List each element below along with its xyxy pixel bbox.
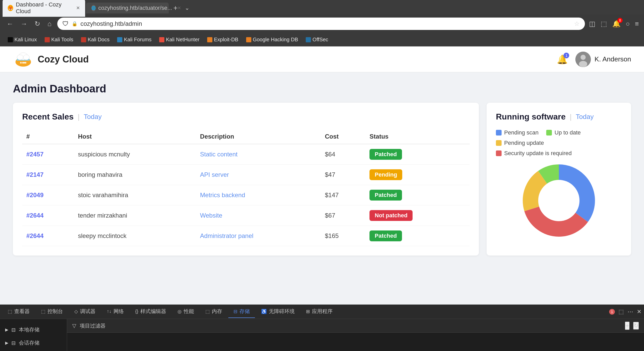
desc-link-3[interactable]: Website	[200, 212, 222, 219]
local-storage-arrow: ▶	[5, 327, 8, 332]
recent-sales-separator: |	[78, 113, 79, 121]
devtools-tab-style-editor[interactable]: {} 样式编辑器	[130, 305, 171, 318]
kali-docs-icon	[81, 37, 86, 42]
devtools-tab-performance-label: 性能	[184, 308, 194, 315]
cell-desc-1: API server	[196, 165, 321, 185]
tab-close-active[interactable]: ✕	[76, 5, 80, 11]
cell-cost-4: $165	[321, 226, 365, 246]
style-editor-icon: {}	[135, 309, 138, 314]
bookmarks-bar: Kali Linux Kali Tools Kali Docs Kali For…	[0, 33, 644, 46]
devtools-tab-memory[interactable]: ⬚ 内存	[200, 305, 227, 318]
devtools-responsive-button[interactable]: ⬚	[618, 308, 624, 315]
col-description: Description	[196, 129, 321, 144]
legend-up-to-date: Up to date	[546, 129, 581, 136]
devtools-tab-network[interactable]: ↑↓ 网络	[102, 305, 129, 318]
cell-desc-4: Administrator panel	[196, 226, 321, 246]
status-badge-2: Patched	[369, 190, 402, 201]
bookmark-google-hacking[interactable]: Google Hacking DB	[244, 36, 301, 44]
svg-point-4	[23, 55, 29, 60]
filter-icon: ▽	[72, 323, 76, 329]
col-hash: #	[22, 129, 74, 144]
offsec-icon	[306, 37, 311, 42]
devtools-close-button[interactable]: ✕	[637, 308, 641, 315]
desc-link-4[interactable]: Administrator panel	[200, 232, 253, 239]
devtools-tab-storage[interactable]: ⊟ 存储	[228, 305, 255, 318]
devtools-refresh-button[interactable]: ↻	[633, 322, 639, 330]
memory-icon: ⬚	[205, 309, 210, 314]
pocket-icon[interactable]: ◫	[589, 20, 595, 28]
devtools-tab-application[interactable]: ⊞ 应用程序	[301, 305, 338, 318]
devtools-tab-style-editor-label: 样式编辑器	[140, 308, 166, 315]
notifications-icon[interactable]: 🔔	[612, 20, 621, 28]
running-software-card: Running software | Today Pending scan Up…	[487, 103, 631, 256]
legend-dot-security-update	[496, 150, 502, 156]
bookmark-kali-nethunter[interactable]: Kali NetHunter	[157, 36, 202, 44]
active-tab-label: Dashboard - Cozy Cloud	[16, 1, 71, 15]
legend-dot-up-to-date	[546, 130, 552, 135]
desc-link-1[interactable]: API server	[200, 171, 229, 178]
menu-icon[interactable]: ≡	[635, 20, 639, 28]
home-button[interactable]: ⌂	[46, 18, 53, 29]
address-bar[interactable]: 🛡 🔒 cozyhosting.htb/admin ☆	[57, 18, 585, 30]
row-id-3[interactable]: #2644	[26, 212, 44, 219]
bookmark-kali-forums[interactable]: Kali Forums	[115, 36, 154, 44]
notification-bell[interactable]: 🔔 1	[557, 54, 568, 65]
devtools-more-button[interactable]: ⋯	[627, 308, 633, 315]
legend-label-security-update: Security update is required	[504, 150, 572, 157]
row-id-1[interactable]: #2147	[26, 171, 44, 178]
desc-link-0[interactable]: Static content	[200, 151, 237, 158]
bookmark-exploit-db[interactable]: Exploit-DB	[205, 36, 241, 44]
devtools-session-storage[interactable]: ▶ ⊟ 会话存储	[0, 336, 67, 349]
network-icon: ↑↓	[107, 309, 111, 314]
address-text[interactable]: cozyhosting.htb/admin	[81, 20, 571, 27]
running-software-header: Running software | Today	[496, 112, 622, 122]
devtools-tab-inspector[interactable]: ⬚ 查看器	[3, 305, 35, 318]
active-tab[interactable]: 🦊 Dashboard - Cozy Cloud ✕	[3, 0, 85, 17]
row-id-0[interactable]: #2457	[26, 151, 44, 158]
bookmark-kali-tools[interactable]: Kali Tools	[42, 36, 76, 44]
extensions-icon[interactable]: ⬚	[601, 20, 607, 28]
devtools-cookie[interactable]: ▶ ⊡ Cookie	[0, 349, 67, 351]
user-area[interactable]: K. Anderson	[575, 52, 631, 67]
recent-sales-header: Recent Sales | Today	[22, 112, 470, 122]
cell-host-0: suspicious mcnulty	[74, 144, 196, 165]
devtools-tab-accessibility[interactable]: ♿ 无障碍环境	[256, 305, 300, 318]
devtools-add-button[interactable]: +	[625, 322, 630, 330]
desc-link-2[interactable]: Metrics backend	[200, 192, 245, 198]
bookmark-kali-linux[interactable]: Kali Linux	[5, 36, 39, 44]
devtools-tab-console[interactable]: ⬚ 控制台	[36, 305, 68, 318]
new-tab-button[interactable]: +	[170, 4, 181, 12]
user-name: K. Anderson	[594, 55, 631, 63]
inactive-tab[interactable]: 🌐 cozyhosting.htb/actuator/se... ✕	[86, 3, 169, 13]
devtools-local-storage[interactable]: ▶ ⊟ 本地存储	[0, 323, 67, 336]
header-right: 🔔 1 K. Anderson	[557, 52, 631, 67]
cell-status-2: Patched	[365, 185, 470, 205]
bookmark-star-icon[interactable]: ☆	[574, 20, 580, 27]
bookmark-offsec[interactable]: OffSec	[303, 36, 331, 44]
table-header-row: # Host Description Cost Status	[22, 129, 470, 144]
profile-icon[interactable]: ○	[626, 20, 630, 28]
forward-button[interactable]: →	[19, 18, 29, 29]
notification-badge: 1	[564, 53, 569, 58]
bookmark-offsec-label: OffSec	[312, 37, 328, 43]
row-id-2[interactable]: #2049	[26, 192, 44, 198]
devtools-tab-performance[interactable]: ◎ 性能	[172, 305, 199, 318]
legend-label-up-to-date: Up to date	[554, 129, 581, 136]
filter-text[interactable]: 项目过滤器	[80, 322, 106, 329]
bookmark-kali-nethunter-label: Kali NetHunter	[166, 37, 199, 43]
logo-area: Cozy Cloud	[13, 49, 89, 70]
devtools-tab-debugger[interactable]: ◇ 调试器	[69, 305, 101, 318]
kali-nethunter-icon	[159, 37, 164, 42]
reload-button[interactable]: ↻	[33, 18, 42, 29]
error-badge: 1	[609, 309, 615, 315]
row-id-4[interactable]: #2644	[26, 232, 44, 239]
col-host: Host	[74, 129, 196, 144]
google-hacking-icon	[246, 37, 251, 42]
bookmark-kali-docs[interactable]: Kali Docs	[78, 36, 112, 44]
tab-expand-button[interactable]: ⌄	[181, 5, 193, 11]
local-storage-label: 本地存储	[19, 326, 39, 333]
back-button[interactable]: ←	[5, 18, 15, 29]
application-icon: ⊞	[306, 309, 310, 314]
kali-tools-icon	[45, 37, 50, 42]
inactive-tab-label: cozyhosting.htb/actuator/se...	[98, 5, 172, 11]
